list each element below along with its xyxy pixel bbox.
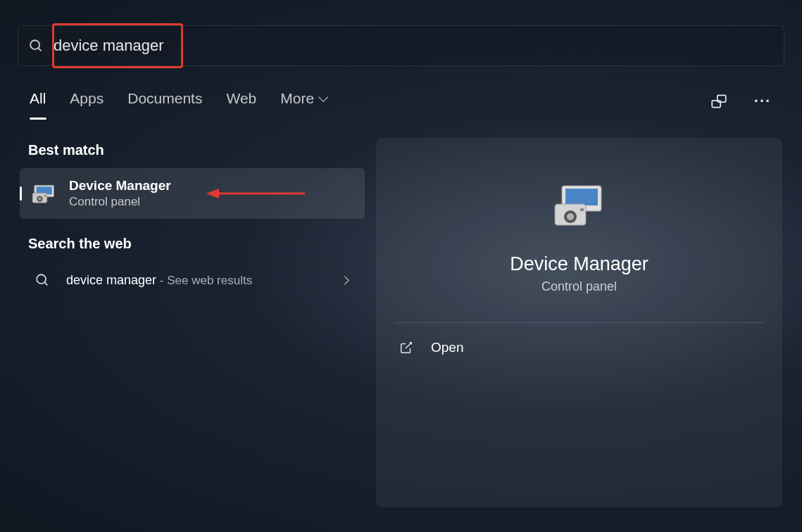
open-action[interactable]: Open [394, 323, 764, 372]
result-device-manager[interactable]: Device Manager Control panel [20, 168, 365, 219]
open-icon [399, 340, 414, 355]
search-web-heading: Search the web [28, 236, 365, 252]
tab-web[interactable]: Web [226, 90, 256, 113]
tab-all[interactable]: All [30, 90, 46, 113]
chevron-down-icon [318, 92, 328, 102]
search-icon [34, 272, 51, 289]
detail-title: Device Manager [510, 253, 649, 275]
svg-point-12 [37, 274, 46, 284]
svg-line-13 [44, 282, 47, 285]
web-query: device manager [66, 273, 156, 287]
detail-pane: Device Manager Control panel Open [376, 138, 782, 507]
svg-line-1 [38, 48, 41, 51]
results-list: Best match Device Manager Control panel [20, 138, 365, 507]
web-suffix: - See web results [156, 274, 252, 287]
search-input[interactable] [54, 37, 774, 55]
svg-rect-19 [580, 208, 584, 211]
result-web-search[interactable]: device manager - See web results [20, 262, 365, 298]
device-manager-icon [32, 181, 58, 206]
result-title: Device Manager [69, 178, 352, 194]
svg-point-8 [38, 198, 41, 201]
tab-more[interactable]: More [280, 90, 325, 113]
recent-searches-icon[interactable] [709, 91, 729, 111]
svg-rect-15 [565, 189, 598, 205]
tab-more-label: More [280, 90, 314, 107]
detail-subtitle: Control panel [541, 279, 617, 294]
results-area: Best match Device Manager Control panel [0, 138, 802, 507]
tab-apps[interactable]: Apps [70, 90, 104, 113]
svg-rect-9 [44, 195, 46, 196]
svg-point-18 [567, 213, 574, 220]
best-match-heading: Best match [28, 142, 365, 158]
tab-documents[interactable]: Documents [127, 90, 202, 113]
search-bar[interactable] [18, 25, 784, 66]
result-subtitle: Control panel [69, 195, 352, 209]
more-options-icon[interactable]: ··· [753, 91, 772, 111]
open-label: Open [431, 340, 463, 355]
search-icon [28, 38, 44, 53]
device-manager-icon [552, 183, 607, 229]
filter-tabs: All Apps Documents Web More ··· [0, 90, 802, 113]
chevron-right-icon [340, 276, 349, 285]
svg-point-0 [30, 40, 39, 49]
